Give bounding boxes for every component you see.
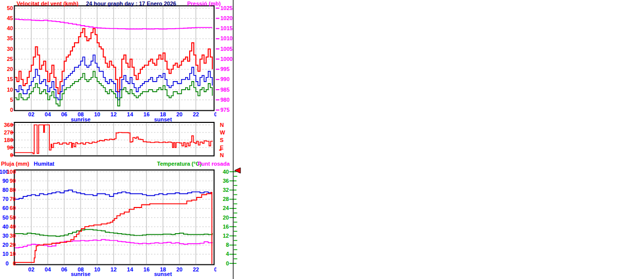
- rain-x-axis-sunset: sunset: [151, 271, 175, 277]
- temperature-tick-label: 36: [212, 178, 229, 184]
- pressure-tick-label: 1020: [220, 16, 237, 21]
- wind-x-axis-tick: 12: [107, 112, 120, 117]
- wind-x-axis-sunrise: sunrise: [68, 117, 93, 122]
- compass-label: W: [220, 130, 237, 135]
- wind-chart-horizontal-gridlines: [15, 8, 213, 100]
- rain-x-axis-tick: 04: [41, 267, 54, 272]
- rain-x-axis-tick: 14: [123, 267, 136, 272]
- wind-tick-label: 40: [0, 26, 13, 31]
- compass-label: E: [220, 145, 237, 151]
- temperature-axis-title: Temperatura (°C): [157, 161, 202, 167]
- temperature-tick-label: 28: [212, 196, 229, 202]
- rain-x-axis-tick: 22: [189, 267, 202, 272]
- weather-24h-graph-panel: Velocitat del vent (kmh) 24 hour graph d…: [0, 0, 644, 279]
- wind-tick-label: 0: [0, 107, 13, 113]
- temperature-tick-label: 12: [212, 233, 229, 239]
- temperature-tick-label: 24: [212, 205, 229, 211]
- wind-tick-label: 25: [0, 56, 13, 62]
- wind-x-axis-tick: 02: [25, 112, 38, 117]
- pressure-axis-ticks: [216, 8, 219, 110]
- rain-tick-label: 30: [0, 233, 16, 239]
- pressure-tick-label: 1010: [220, 36, 237, 41]
- wind-tick-label: 35: [0, 36, 13, 41]
- pressure-tick-label: 995: [220, 66, 237, 72]
- wind-axis-title: Velocitat del vent (kmh): [17, 1, 78, 7]
- pressure-tick-label: 985: [220, 87, 237, 93]
- wind-tick-label: 30: [0, 46, 13, 52]
- temperature-tick-label: 20: [212, 215, 229, 221]
- wind-x-axis-tick: 22: [189, 112, 202, 117]
- rain-x-axis-tick: 02: [25, 267, 38, 272]
- pressure-axis-title: Pressió (mb): [187, 1, 221, 7]
- rain-tick-label: 50: [0, 215, 16, 221]
- rain-tick-label: 100: [0, 169, 16, 175]
- rain-tick-label: 80: [0, 187, 16, 193]
- dewpoint-axis-title: Punt rosada: [198, 161, 230, 167]
- direction-chart-vertical-gridlines: [31, 123, 196, 156]
- rain-tick-label: 70: [0, 196, 16, 202]
- pressure-tick-label: 980: [220, 97, 237, 103]
- wind-tick-label: 45: [0, 16, 13, 21]
- pressure-tick-label: 1025: [220, 6, 237, 11]
- wind-x-axis-sunset: sunset: [151, 117, 175, 122]
- direction-tick-label: 0: [0, 153, 13, 158]
- wind-tick-label: 5: [0, 97, 13, 103]
- temperature-tick-label: 40: [212, 169, 229, 175]
- rain-x-axis-tick: 12: [107, 267, 120, 272]
- compass-label: N: [220, 153, 237, 158]
- rain-x-axis-sunrise: sunrise: [68, 271, 93, 277]
- wind-tick-label: 50: [0, 6, 13, 11]
- graph-title: 24 hour graph day : 17 Enero 2026: [86, 1, 176, 7]
- rain-axis-title: Pluja (mm): [1, 161, 29, 167]
- pressure-tick-label: 1005: [220, 46, 237, 52]
- rain-x-axis-end-mark: 0: [214, 267, 216, 272]
- charts-canvas: [0, 0, 644, 279]
- temperature-tick-label: 8: [212, 242, 229, 248]
- compass-label: S: [220, 137, 237, 143]
- rain-tick-label: 10: [0, 251, 16, 257]
- wind-x-axis-end-mark: 0: [214, 112, 216, 117]
- temperature-tick-label: 0: [212, 261, 229, 266]
- wind-tick-label: 20: [0, 66, 13, 72]
- rain-chart-border: [15, 170, 214, 265]
- pressure-tick-label: 1000: [220, 56, 237, 62]
- rain-chart-vertical-gridlines: [31, 171, 196, 264]
- wind-tick-label: 15: [0, 77, 13, 82]
- wind-x-axis-tick: 04: [41, 112, 54, 117]
- wind-x-axis-tick: 14: [123, 112, 136, 117]
- wind-tick-label: 10: [0, 87, 13, 93]
- rain-chart-horizontal-gridlines: [15, 172, 213, 254]
- direction-tick-label: 180: [0, 137, 13, 143]
- pressure-tick-label: 1015: [220, 26, 237, 31]
- rain-tick-label: 40: [0, 224, 16, 230]
- current-level-pointer-icon: [234, 168, 240, 173]
- direction-tick-label: 270: [0, 130, 13, 135]
- pressure-tick-label: 990: [220, 77, 237, 82]
- humidity-axis-title: Humitat: [34, 161, 54, 167]
- pressure-tick-label: 975: [220, 107, 237, 113]
- rain-tick-label: 20: [0, 242, 16, 248]
- temperature-tick-label: 4: [212, 251, 229, 257]
- rain-tick-label: 90: [0, 178, 16, 184]
- rain-tick-label: 0: [0, 261, 16, 266]
- wind-chart-border: [15, 6, 214, 111]
- temperature-tick-label: 16: [212, 224, 229, 230]
- compass-label: N: [220, 122, 237, 128]
- rain-tick-label: 60: [0, 205, 16, 211]
- direction-tick-label: 360: [0, 122, 13, 128]
- temperature-tick-label: 32: [212, 187, 229, 193]
- direction-tick-label: 90: [0, 145, 13, 151]
